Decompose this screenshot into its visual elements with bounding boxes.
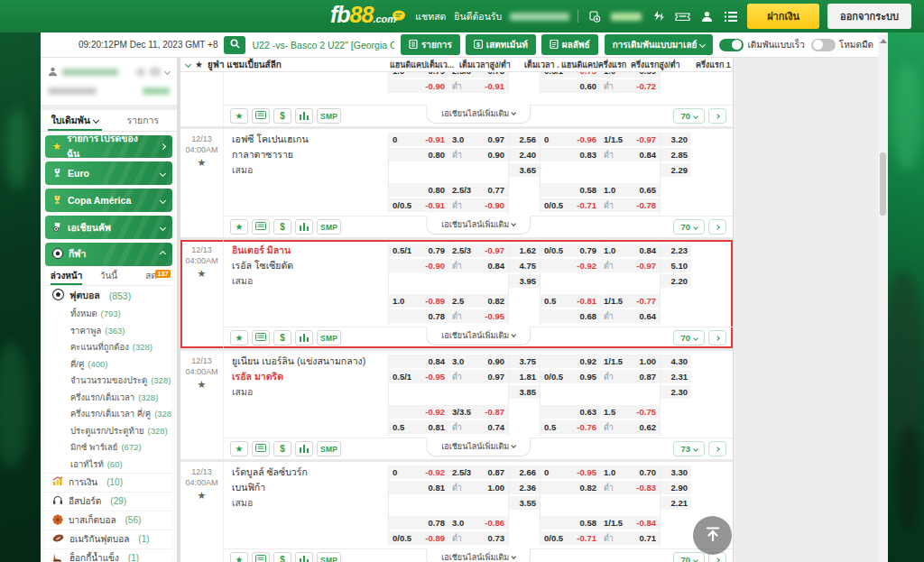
smp-button[interactable]: SMP (317, 330, 341, 345)
odds-cell[interactable]: 0.5/10.79 (389, 244, 448, 257)
sidebar-sport-3[interactable]: อเมริกันฟุตบอล(1) (45, 530, 172, 548)
odds-cell[interactable]: 0.63 (541, 405, 600, 419)
odds-cell[interactable]: 3.00.90 (448, 355, 508, 368)
bet-money-button[interactable]: $ (273, 108, 291, 124)
market-item-8[interactable]: มิกซ์ พาร์เลย์(672) (45, 439, 172, 456)
market-item-2[interactable]: คะแนนที่ถูกต้อง(328) (45, 339, 172, 356)
smp-button[interactable]: SMP (317, 219, 341, 235)
odds-cell[interactable]: 1.5-0.75 (600, 405, 660, 419)
odds-cell[interactable]: 0.5/1-0.95 (389, 370, 448, 383)
market-item-0[interactable]: ทั้งหมด(793) (45, 306, 172, 323)
next-lines-button[interactable] (708, 330, 726, 345)
odds-cell-1x2[interactable]: 3.95 (509, 274, 540, 288)
odds-cell-1x2[interactable]: 2.36 (509, 481, 540, 494)
odds-cell[interactable]: ต่ำ0.64 (600, 309, 660, 323)
odds-cell-1x2[interactable]: 3.85 (509, 385, 540, 399)
sidebar-item-2[interactable]: เอเชียนคัพ (45, 216, 172, 239)
wallet-icon[interactable] (150, 68, 161, 76)
content-scrollbar[interactable] (878, 35, 888, 562)
odds-cell[interactable]: 1.00.65 (600, 183, 660, 197)
stats-button[interactable] (295, 441, 313, 456)
odds-cell-1x2[interactable]: 3.30 (661, 465, 691, 479)
odds-cell[interactable]: 0-0.96 (541, 133, 600, 146)
promotion-icon[interactable] (674, 9, 690, 23)
sidebar-item-0[interactable]: Euro (45, 161, 172, 185)
sidebar-sport-2[interactable]: บาสเก็ตบอล(56) (45, 511, 172, 530)
odds-cell[interactable]: 1.00.79 (389, 72, 448, 78)
odds-cell-1x2[interactable]: 2.40 (509, 148, 540, 161)
odds-cell[interactable]: 3.0-0.86 (448, 516, 508, 530)
odds-cell-1x2[interactable]: 2.30 (661, 385, 691, 399)
odds-cell[interactable]: 0-0.92 (389, 465, 448, 479)
favorite-button[interactable]: ★ (230, 552, 248, 562)
more-asian-lines-button[interactable]: เอเชียนไลน์เพิ่มเติม (426, 438, 531, 456)
deposit-button[interactable]: ฝากเงิน (747, 4, 819, 29)
odds-cell-1x2[interactable]: 1.81 (509, 370, 540, 383)
refresh-icon[interactable] (650, 9, 666, 23)
odds-cell[interactable]: ต่ำ-0.78 (600, 198, 660, 212)
odds-cell-1x2[interactable]: 2.20 (661, 274, 691, 288)
odds-cell[interactable]: 0.5-0.81 (541, 294, 600, 308)
odds-cell-1x2[interactable]: 1.62 (509, 244, 540, 257)
sidebar-sport-4[interactable]: ฮ็อกกี้น้ำแข็ง(1) (45, 548, 172, 562)
odds-cell[interactable]: 0.5/1-0.75 (541, 72, 600, 78)
odds-cell[interactable]: ต่ำ0.62 (600, 420, 660, 434)
stats-button[interactable] (295, 330, 313, 345)
more-asian-lines-button[interactable]: เอเชียนไลน์เพิ่มเติม (426, 105, 531, 124)
market-item-4[interactable]: จำนวนรวมของประตู(328) (45, 373, 172, 390)
coins-icon[interactable] (587, 9, 603, 23)
odds-cell[interactable]: 3.00.97 (448, 133, 508, 146)
sidebar-item-1[interactable]: Copa América (45, 189, 172, 212)
odds-cell-1x2[interactable]: 3.75 (509, 355, 540, 368)
odds-cell[interactable]: ต่ำ0.87 (600, 370, 660, 383)
more-asian-lines-button[interactable]: เอเชียนไลน์เพิ่มเติม (426, 216, 531, 235)
sidebar-item-football[interactable]: ฟุตบอล (853) (45, 286, 172, 306)
odds-cell[interactable]: ต่ำ0.90 (448, 148, 508, 161)
odds-cell-1x2[interactable]: 3.20 (661, 133, 691, 146)
sidebar-item-sports[interactable]: กีฬา (45, 243, 172, 266)
odds-cell[interactable]: ต่ำ-0.83 (600, 481, 660, 494)
live-tv-button[interactable] (252, 108, 270, 124)
odds-cell[interactable]: 2.50.82 (448, 294, 508, 308)
bet-money-button[interactable]: $ (273, 552, 291, 562)
live-tv-button[interactable] (252, 552, 270, 562)
sidebar-item-favorites[interactable]: ★ รายการโปรดของฉัน (45, 135, 172, 159)
next-lines-button[interactable] (708, 108, 726, 124)
chevron-down-icon[interactable] (164, 69, 171, 75)
favorite-star-icon[interactable]: ★ (198, 157, 207, 168)
favorite-button[interactable]: ★ (230, 108, 248, 124)
dark-mode-toggle[interactable] (811, 39, 836, 51)
odds-cell[interactable]: ต่ำ-0.95 (448, 309, 508, 323)
toolbar-button-0[interactable]: รายการ (401, 34, 460, 55)
odds-cell[interactable]: 0.50.81 (389, 420, 448, 434)
odds-cell[interactable]: ต่ำ0.84 (448, 259, 508, 272)
odds-cell[interactable]: ต่ำ0.74 (448, 420, 508, 434)
odds-cell-1x2[interactable]: 2.85 (661, 148, 691, 161)
odds-cell[interactable]: 1/1.5-0.77 (600, 294, 660, 308)
odds-cell-1x2[interactable]: 2.29 (661, 163, 691, 177)
odds-cell[interactable]: 0/0.5-0.91 (389, 198, 448, 212)
stats-button[interactable] (295, 219, 313, 235)
live-tv-button[interactable] (252, 441, 270, 456)
market-item-6[interactable]: ครึ่งแรก/เต็มเวลา คี่/คู่(328) (45, 406, 172, 423)
lines-count-dropdown[interactable]: 70 (673, 108, 705, 124)
odds-cell-1x2[interactable]: 2.56 (509, 133, 540, 146)
scroll-to-top-button[interactable] (693, 516, 732, 555)
odds-cell-1x2[interactable]: 2.90 (661, 481, 691, 494)
toolbar-button-1[interactable]: $เสตทเม้นท์ (466, 34, 536, 55)
odds-cell[interactable]: 0-0.95 (541, 465, 600, 479)
bet-money-button[interactable]: $ (273, 330, 291, 345)
announcement-ticker[interactable]: U22 -vs- Basco 2 U22" [Georgia Champions… (252, 40, 393, 51)
favorite-button[interactable]: ★ (230, 330, 248, 345)
lines-count-dropdown[interactable]: 70 (673, 552, 705, 562)
odds-cell[interactable]: 0.5-0.76 (541, 420, 600, 434)
live-tv-button[interactable] (252, 330, 270, 345)
odds-cell-1x2[interactable]: 3.55 (509, 496, 540, 510)
market-item-9[interactable]: เอาท์ไรท์(60) (45, 456, 172, 473)
collapse-league-icon[interactable] (185, 61, 191, 68)
odds-cell[interactable]: -0.92 (389, 405, 448, 419)
odds-cell[interactable]: ต่ำ-0.91 (448, 79, 508, 93)
odds-cell-1x2[interactable]: 2.31 (661, 370, 691, 383)
odds-cell[interactable]: -0.92 (541, 259, 600, 272)
odds-cell[interactable]: 0/0.50.79 (541, 244, 600, 257)
